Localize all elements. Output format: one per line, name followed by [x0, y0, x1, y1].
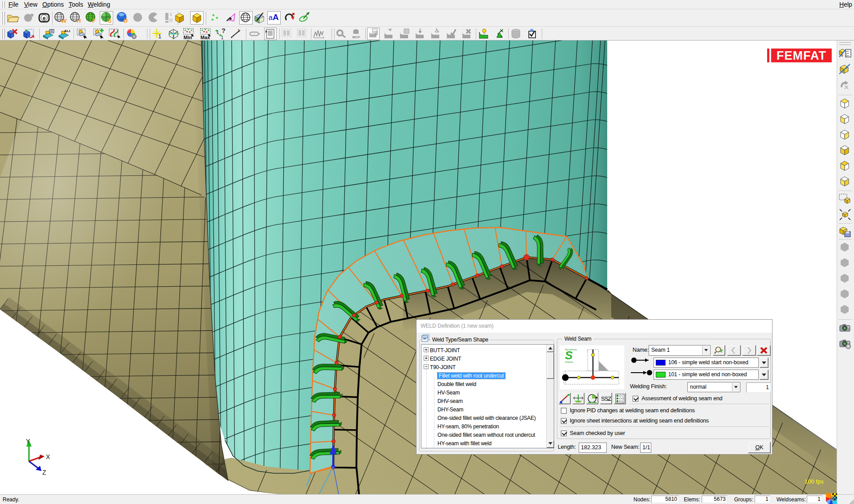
- svg-text:100 fps: 100 fps: [805, 478, 824, 485]
- svg-text:W: W: [61, 17, 67, 24]
- svg-text:Min: Min: [184, 35, 192, 40]
- svg-text:Y: Y: [26, 438, 30, 445]
- svg-text:1: 1: [221, 35, 224, 40]
- svg-text:S: S: [565, 349, 573, 362]
- svg-text:H: H: [77, 17, 81, 24]
- svg-text:X: X: [46, 453, 50, 460]
- svg-text:w: w: [530, 28, 534, 32]
- svg-text:F=1: F=1: [619, 400, 623, 402]
- svg-text:a: a: [269, 14, 273, 21]
- svg-text:ALL: ALL: [64, 29, 70, 33]
- svg-text:U: U: [123, 17, 127, 24]
- svg-text:z=: z=: [846, 54, 849, 57]
- svg-text:1: 1: [158, 33, 161, 40]
- svg-text:F: F: [92, 17, 96, 24]
- svg-text:Z: Z: [42, 469, 46, 476]
- svg-text:A: A: [273, 12, 279, 22]
- svg-text:FEMFAT: FEMFAT: [776, 49, 826, 62]
- svg-text:1: 1: [170, 12, 172, 16]
- svg-text:Analysis: Analysis: [565, 361, 573, 363]
- svg-text:SSZ: SSZ: [601, 395, 611, 402]
- svg-text:?: ?: [221, 28, 225, 34]
- svg-text:S: S: [108, 17, 112, 24]
- svg-text:MCF: MCF: [352, 35, 360, 39]
- svg-text:w: w: [374, 32, 377, 34]
- svg-text:e: e: [43, 15, 46, 21]
- svg-text:1: 1: [237, 28, 240, 33]
